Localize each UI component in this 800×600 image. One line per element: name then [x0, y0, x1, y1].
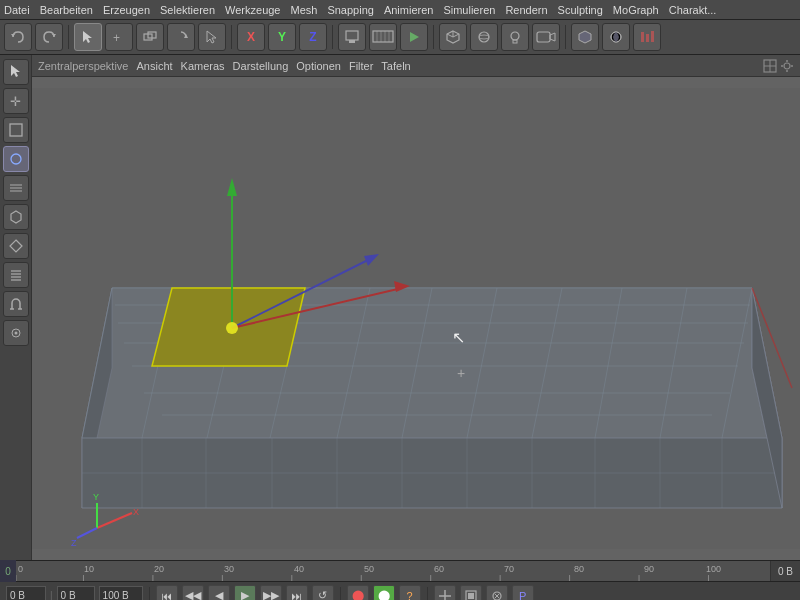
menu-rendern[interactable]: Rendern — [505, 4, 547, 16]
tl-mark-10: 10 — [84, 564, 94, 574]
svg-text:↖: ↖ — [452, 329, 465, 346]
record-pos-button[interactable]: ⬤ — [347, 585, 369, 601]
pb-sep4 — [427, 587, 428, 601]
left-btn-magnet[interactable] — [3, 291, 29, 317]
menu-selektieren[interactable]: Selektieren — [160, 4, 215, 16]
move-tool[interactable]: + — [105, 23, 133, 51]
menu-snapping[interactable]: Snapping — [327, 4, 374, 16]
viewport-icons — [763, 59, 794, 73]
scale-tool[interactable] — [136, 23, 164, 51]
next-frame-button[interactable]: ▶▶ — [260, 585, 282, 601]
object-tool[interactable] — [571, 23, 599, 51]
viewport[interactable]: Zentralperspektive Ansicht Kameras Darst… — [32, 55, 800, 560]
tl-mark-80: 80 — [574, 564, 584, 574]
viewport-menu-kameras[interactable]: Kameras — [181, 60, 225, 72]
loop-button[interactable]: ↺ — [312, 585, 334, 601]
svg-marker-26 — [579, 31, 591, 43]
prev-keyframe-button[interactable]: ◀◀ — [182, 585, 204, 601]
light-tool[interactable] — [501, 23, 529, 51]
menu-datei[interactable]: Datei — [4, 4, 30, 16]
goto-end-button[interactable]: ⏭ — [286, 585, 308, 601]
menu-charakter[interactable]: Charakt... — [669, 4, 717, 16]
svg-point-48 — [14, 332, 17, 335]
camera-tool[interactable] — [532, 23, 560, 51]
viewport-settings-icon[interactable] — [780, 59, 794, 73]
play-button[interactable]: ▶ — [234, 585, 256, 601]
sep1 — [68, 25, 69, 49]
select-tool[interactable] — [74, 23, 102, 51]
rotate-tool[interactable] — [167, 23, 195, 51]
sep2 — [231, 25, 232, 49]
help-button[interactable]: ? — [399, 585, 421, 601]
svg-rect-10 — [373, 31, 393, 42]
anim-tool[interactable] — [633, 23, 661, 51]
tl-mark-20: 20 — [154, 564, 164, 574]
frame-input[interactable] — [6, 586, 46, 601]
svg-marker-0 — [11, 34, 15, 37]
left-btn-select[interactable] — [3, 59, 29, 85]
canvas-area[interactable]: ↖ + X Y Z — [32, 77, 800, 560]
menu-bearbeiten[interactable]: Bearbeiten — [40, 4, 93, 16]
pb-btn3[interactable] — [486, 585, 508, 601]
svg-line-19 — [453, 34, 459, 37]
cube-tool[interactable] — [439, 23, 467, 51]
svg-marker-2 — [83, 31, 92, 43]
sep3 — [332, 25, 333, 49]
play-button[interactable] — [400, 23, 428, 51]
svg-marker-1 — [52, 34, 56, 37]
end-frame-input[interactable] — [99, 586, 143, 601]
start-frame-input[interactable] — [57, 586, 95, 601]
viewport-menu-filter[interactable]: Filter — [349, 60, 373, 72]
lasso-tool[interactable] — [198, 23, 226, 51]
left-btn-grid[interactable] — [3, 175, 29, 201]
menu-bar: Datei Bearbeiten Erzeugen Selektieren We… — [0, 0, 800, 20]
menu-mesh[interactable]: Mesh — [290, 4, 317, 16]
viewport-menu-tafeln[interactable]: Tafeln — [381, 60, 410, 72]
menu-mograph[interactable]: MoGraph — [613, 4, 659, 16]
pb-btn2[interactable] — [460, 585, 482, 601]
sphere-tool[interactable] — [470, 23, 498, 51]
left-btn-diamond[interactable] — [3, 233, 29, 259]
tl-mark-0: 0 — [18, 564, 23, 574]
redo-button[interactable] — [35, 23, 63, 51]
viewport-menu-darstellung[interactable]: Darstellung — [233, 60, 289, 72]
left-btn-hex[interactable] — [3, 204, 29, 230]
menu-sculpting[interactable]: Sculpting — [558, 4, 603, 16]
pb-btn4[interactable]: P — [512, 585, 534, 601]
svg-marker-40 — [10, 240, 22, 252]
svg-text:+: + — [457, 365, 465, 381]
z-axis[interactable]: Z — [299, 23, 327, 51]
left-btn-move[interactable]: ✛ — [3, 88, 29, 114]
x-axis[interactable]: X — [237, 23, 265, 51]
viewport-expand-icon[interactable] — [763, 59, 777, 73]
svg-point-21 — [479, 35, 489, 39]
main-toolbar: + X Y Z — [0, 20, 800, 55]
svg-rect-124 — [468, 593, 474, 599]
menu-simulieren[interactable]: Simulieren — [443, 4, 495, 16]
goto-start-button[interactable]: ⏮ — [156, 585, 178, 601]
svg-text:+: + — [113, 31, 120, 45]
undo-button[interactable] — [4, 23, 32, 51]
material-tool[interactable] — [602, 23, 630, 51]
menu-animieren[interactable]: Animieren — [384, 4, 434, 16]
viewport-menu-ansicht[interactable]: Ansicht — [137, 60, 173, 72]
left-btn-snap[interactable] — [3, 320, 29, 346]
sep5 — [565, 25, 566, 49]
menu-werkzeuge[interactable]: Werkzeuge — [225, 4, 280, 16]
left-btn-circle[interactable] — [3, 146, 29, 172]
prev-frame-button[interactable]: ◀ — [208, 585, 230, 601]
timeline-track[interactable]: 0 10 20 30 40 50 60 70 80 90 100 — [16, 561, 770, 581]
frame-tool[interactable] — [338, 23, 366, 51]
record-rot-button[interactable]: ⬤ — [373, 585, 395, 601]
svg-marker-15 — [410, 32, 419, 42]
left-btn-shape1[interactable] — [3, 117, 29, 143]
viewport-menu-optionen[interactable]: Optionen — [296, 60, 341, 72]
menu-erzeugen[interactable]: Erzeugen — [103, 4, 150, 16]
y-axis[interactable]: Y — [268, 23, 296, 51]
left-btn-lines[interactable] — [3, 262, 29, 288]
expand-timeline-button[interactable] — [434, 585, 456, 601]
svg-rect-24 — [537, 32, 550, 42]
tl-mark-50: 50 — [364, 564, 374, 574]
svg-point-35 — [11, 154, 21, 164]
render-tool[interactable] — [369, 23, 397, 51]
